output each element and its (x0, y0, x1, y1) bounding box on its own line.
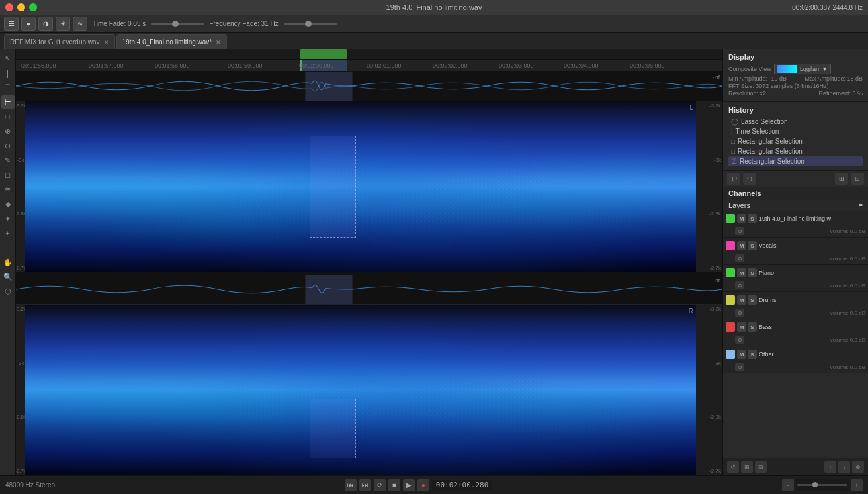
composite-dropdown[interactable]: Lqgilan ▼ (774, 64, 831, 74)
tool-pointer[interactable]: ↖ (1, 52, 15, 65)
panel-bottom-btn-5[interactable]: ↓ (838, 461, 850, 473)
layer-controls-2: M S (737, 268, 757, 277)
tool-zoom-in[interactable]: ⊕ (1, 124, 15, 138)
panel-bottom-btn-6[interactable]: ⊕ (852, 461, 864, 473)
layer-eye-0[interactable]: ⊘ (735, 227, 744, 235)
tool-hand[interactable]: ✋ (1, 256, 15, 269)
transport-record[interactable]: ● (417, 479, 429, 491)
freq-fade-slider[interactable] (284, 23, 337, 25)
tool-lasso[interactable]: ⌒ (1, 81, 15, 94)
layer-s-btn-5[interactable]: S (748, 350, 757, 359)
panel-bottom-btn-1[interactable]: ↺ (727, 461, 739, 473)
toolbar-sun-btn[interactable]: ☀ (56, 17, 70, 31)
lasso-icon: ◯ (731, 118, 738, 125)
zoom-slider-area[interactable] (796, 479, 849, 491)
center-content: 00:01:56.000 00:01:57.000 00:01:58.000 0… (16, 49, 722, 475)
undo-button[interactable]: ↩ (727, 173, 740, 185)
tab-1-close[interactable]: ✕ (216, 39, 221, 46)
layer-item-0: M S 19th 4.0_Final no limiting.w ⊘ volum… (723, 211, 868, 238)
layer-main-3: M S Drums (723, 292, 868, 308)
selection-box-top (310, 136, 356, 238)
layer-m-btn-2[interactable]: M (737, 268, 746, 277)
toolbar-toggle-btn[interactable]: ◑ (38, 17, 53, 31)
panel-bottom-btn-4[interactable]: ↑ (824, 461, 836, 473)
panel-bottom-btn-2[interactable]: ⊞ (741, 461, 753, 473)
layer-eye-1[interactable]: ⊘ (735, 254, 744, 262)
fft-row: FFT Size: 3072 samples (64ms/16Hz) (728, 83, 863, 89)
history-item-4[interactable]: ☑ Rectangular Selection (728, 156, 863, 166)
tool-pencil[interactable]: ✎ (1, 154, 15, 167)
tab-1[interactable]: 19th 4.0_Final no limiting.wav* ✕ (116, 34, 228, 49)
layer-eye-5[interactable]: ⊘ (735, 363, 744, 371)
minimize-button[interactable] (17, 3, 25, 11)
zoom-out-btn[interactable]: − (782, 479, 794, 491)
layer-s-btn-4[interactable]: S (748, 322, 757, 332)
panel-btn-1[interactable]: ⊞ (835, 173, 848, 185)
status-info: 48000 Hz Stereo (5, 481, 55, 489)
tool-wand[interactable]: ✦ (1, 212, 15, 225)
transport-play[interactable]: ▶ (403, 479, 415, 491)
layer-eye-3[interactable]: ⊘ (735, 309, 744, 317)
layers-menu-icon[interactable]: ≡ (859, 201, 863, 209)
layer-s-btn-3[interactable]: S (748, 295, 757, 305)
layer-m-btn-0[interactable]: M (737, 214, 746, 223)
nav-bar[interactable] (16, 49, 722, 60)
redo-button[interactable]: ↪ (743, 173, 756, 185)
spectrogram-canvas-bottom[interactable]: R (25, 305, 696, 475)
transport-start[interactable]: ⏮ (345, 479, 357, 491)
tool-time[interactable]: ⊢ (1, 95, 15, 109)
tool-zoom-out[interactable]: ⊖ (1, 139, 15, 152)
layer-m-btn-1[interactable]: M (737, 241, 746, 250)
display-section: Display Composite View Lqgilan ▼ Min Amp… (723, 49, 868, 102)
color-gradient-box (777, 65, 797, 73)
toolbar-wave-btn[interactable]: ∿ (73, 17, 87, 31)
layer-name-3: Drums (759, 297, 865, 303)
tool-rect[interactable]: □ (1, 110, 15, 123)
tool-magnify[interactable]: 🔍 (1, 270, 15, 283)
bottom-right-controls: − + (782, 479, 863, 491)
tool-brush[interactable]: ≋ (1, 183, 15, 196)
layer-volume-5: volume: 0.0 dB (747, 364, 865, 370)
tool-eraser[interactable]: ◻ (1, 168, 15, 181)
toolbar-menu-btn[interactable]: ☰ (4, 17, 19, 31)
history-item-0[interactable]: ◯ Lasso Selection (728, 117, 863, 126)
bottom-toolbar: 48000 Hz Stereo ⏮ ⏭ ⟳ ■ ▶ ● 00:02:00.280… (0, 475, 868, 494)
resolution-row: Resolution: x2 Refinement: 0 % (728, 90, 863, 97)
panel-bottom-btn-3[interactable]: ⊟ (755, 461, 767, 473)
layer-eye-2[interactable]: ⊘ (735, 281, 744, 289)
toolbar-circle-btn[interactable]: ● (21, 17, 36, 31)
layer-m-btn-5[interactable]: M (737, 350, 746, 359)
freq-r-top-4: -2.7k (709, 265, 721, 271)
history-item-2[interactable]: □ Rectangular Selection (728, 136, 863, 146)
window-controls[interactable] (5, 3, 37, 11)
tab-0-close[interactable]: ✕ (104, 39, 109, 46)
tool-minus[interactable]: − (1, 241, 15, 254)
layer-m-btn-4[interactable]: M (737, 322, 746, 332)
channel-label-right: R (689, 307, 693, 315)
svg-text:-inf: -inf (713, 277, 720, 283)
transport-loop[interactable]: ⟳ (374, 479, 386, 491)
layer-m-btn-3[interactable]: M (737, 295, 746, 305)
history-item-1[interactable]: | Time Selection (728, 126, 863, 136)
history-item-3[interactable]: □ Rectangular Selection (728, 146, 863, 156)
spectrogram-canvas-top[interactable]: L (25, 101, 696, 272)
layer-volume-2: volume: 0.0 dB (747, 283, 865, 289)
time-fade-slider[interactable] (151, 23, 204, 25)
panel-btn-2[interactable]: ⊟ (851, 173, 864, 185)
zoom-in-btn[interactable]: + (851, 479, 863, 491)
layer-volume-4: volume: 0.0 dB (747, 337, 865, 343)
tool-cursor[interactable]: | (1, 66, 15, 79)
tool-stamp[interactable]: ◆ (1, 197, 15, 211)
close-button[interactable] (5, 3, 13, 11)
tab-0[interactable]: REF MIX for Guit overdub.wav ✕ (4, 34, 115, 49)
layer-eye-4[interactable]: ⊘ (735, 336, 744, 344)
layer-s-btn-2[interactable]: S (748, 268, 757, 277)
svg-rect-4 (305, 275, 352, 304)
maximize-button[interactable] (29, 3, 37, 11)
layer-s-btn-0[interactable]: S (748, 214, 757, 223)
transport-prev[interactable]: ⏭ (359, 479, 371, 491)
transport-stop[interactable]: ■ (388, 479, 400, 491)
tool-add[interactable]: + (1, 226, 15, 240)
layer-s-btn-1[interactable]: S (748, 241, 757, 250)
tool-3d[interactable]: ⬡ (1, 285, 15, 298)
